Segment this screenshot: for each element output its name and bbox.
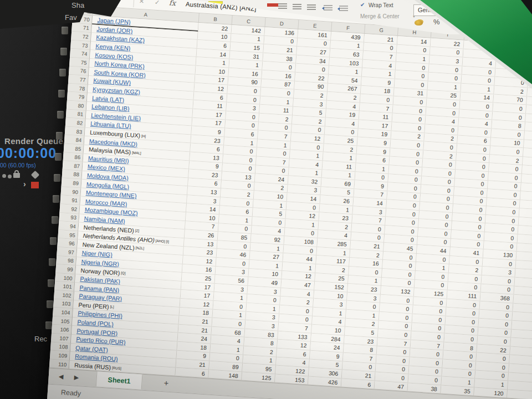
country-link[interactable]: Niger (NIG)	[81, 249, 112, 258]
increase-indent-icon[interactable]	[339, 6, 348, 12]
country-link[interactable]: Poland (POL)	[77, 319, 114, 328]
footnote-superscript: [RUS]	[112, 366, 121, 370]
layer-thumb-icon	[59, 69, 66, 76]
framerate-label: 00 (60.00 fps)	[0, 162, 36, 168]
country-link[interactable]: Kenya (KEN)	[95, 43, 131, 52]
next-sheet-button[interactable]: ▶	[74, 374, 79, 382]
footnote-superscript: [NZL]	[136, 246, 145, 250]
stop-icon[interactable]	[31, 182, 39, 188]
merge-center-button[interactable]: Merge & Center	[360, 13, 400, 19]
country-label: Peru (PER)	[78, 301, 109, 310]
tab-sheet1[interactable]: Sheet1	[96, 372, 143, 390]
footnote-superscript: [MAL]	[132, 150, 141, 155]
dot-icon	[2, 174, 6, 178]
lock-icon[interactable]	[13, 173, 20, 178]
layer-thumb-icon	[55, 153, 62, 161]
cell-empty[interactable]	[507, 390, 532, 399]
align-right-icon[interactable]	[307, 4, 316, 11]
country-link[interactable]: Latvia (LAT)	[92, 94, 125, 103]
font-color-icon[interactable]	[267, 3, 278, 7]
prev-sheet-button[interactable]: ◀	[58, 373, 63, 381]
align-center-icon[interactable]	[293, 4, 301, 11]
align-left-icon[interactable]	[278, 3, 287, 10]
enter-icon[interactable]: ✓	[155, 0, 160, 6]
layer-thumb-icon	[53, 195, 59, 203]
excel-window: ▼ ✕ ✓ fx Australasia (ANZ) [ANZ] ABCDEFG…	[43, 0, 532, 399]
tag-icon[interactable]	[31, 171, 40, 180]
accounting-format-icon[interactable]	[415, 20, 423, 25]
divider	[133, 0, 134, 7]
layer-thumb-icon	[45, 321, 52, 329]
footnote-superscript: [H]	[141, 134, 146, 138]
footnote-superscript: [Q]	[121, 271, 126, 275]
dot-icon	[8, 175, 12, 178]
layer-thumb-icon	[62, 27, 68, 34]
layer-thumb-icon	[56, 132, 63, 140]
footnote-superscript: [Z]	[135, 228, 140, 232]
country-link[interactable]: Qatar (QAT)	[75, 344, 108, 353]
layer-thumb-icon	[49, 258, 55, 266]
country-label: Russia (RUS)	[74, 362, 111, 371]
layer-thumb-icon	[58, 90, 65, 98]
cancel-icon[interactable]: ✕	[139, 0, 145, 5]
chevron-icon[interactable]: ›	[23, 180, 26, 188]
footnote-superscript: [AHO] [I]	[155, 238, 169, 243]
rec-label: Rec	[34, 335, 47, 343]
wrap-text-button[interactable]: Wrap Text	[369, 2, 393, 8]
layer-thumb-icon	[50, 237, 57, 245]
grid: 70Japan (JPN)22142136161439211422225871J…	[49, 14, 532, 399]
layer-thumb-icon	[47, 300, 53, 308]
layer-thumb-icon	[54, 174, 60, 182]
panel-label-sha: Sha	[71, 1, 84, 9]
add-sheet-button[interactable]: +	[163, 378, 169, 388]
render-queue-tab[interactable]: Render Queue	[4, 136, 63, 146]
decrease-indent-icon[interactable]	[324, 5, 332, 12]
name-box-arrow-icon[interactable]: ▼	[121, 0, 125, 1]
percent-style-icon[interactable]: %	[433, 18, 440, 26]
footnote-superscript: [L]	[110, 305, 114, 309]
layer-thumb-icon	[60, 48, 67, 55]
fx-icon[interactable]: fx	[168, 0, 176, 7]
layer-thumb-icon	[57, 111, 64, 119]
country-link[interactable]: Jordan (JOR)	[96, 25, 132, 34]
wrap-text-icon[interactable]: ✔	[360, 2, 365, 8]
timecode: 00:00:00	[0, 145, 57, 161]
layer-thumb-icon	[48, 279, 54, 287]
layer-thumb-icon	[52, 216, 58, 224]
country-link[interactable]: Japan (JPN)	[97, 17, 131, 25]
panel-label-fav: Fav	[65, 13, 77, 22]
